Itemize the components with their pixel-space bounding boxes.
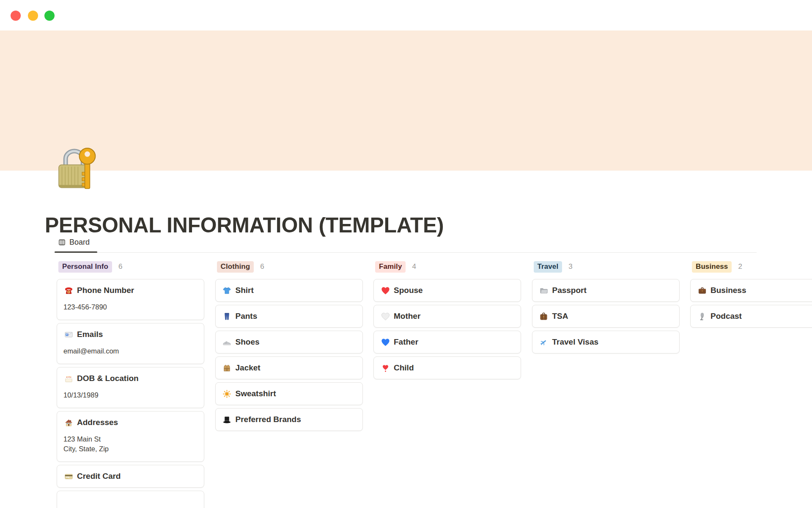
card-body-line: 123-456-7890 — [63, 302, 198, 312]
column-tag-label: Business — [696, 262, 728, 271]
briefcase-icon — [697, 285, 707, 295]
board-card[interactable]: Preferred Brands — [215, 408, 363, 431]
suitcase-icon — [539, 311, 549, 321]
card-title-row: Passport — [539, 285, 673, 296]
card-title: Pants — [236, 312, 258, 321]
board-column-business: Business 2 Business Podcast — [690, 261, 812, 331]
board-card[interactable]: Child — [373, 356, 521, 379]
column-count: 4 — [412, 262, 416, 271]
card-body-line: 10/13/1989 — [63, 390, 198, 400]
column-tag[interactable]: Personal Info — [58, 261, 112, 273]
jeans-icon — [222, 311, 232, 321]
card-body-line: 123 Main St — [63, 434, 198, 444]
column-count: 2 — [738, 262, 742, 271]
card-title: Jacket — [236, 363, 261, 373]
board-card[interactable]: DOB & Location 10/13/1989 — [57, 367, 204, 408]
card-body: email@email.com — [63, 346, 198, 356]
heart-exclamation-icon — [380, 363, 390, 373]
card-title: Shirt — [236, 286, 254, 295]
card-title: Father — [394, 337, 418, 347]
column-count: 6 — [118, 262, 122, 271]
board-card[interactable]: Addresses 123 Main StCity, State, Zip — [57, 411, 204, 462]
svg-text:E: E — [66, 333, 68, 336]
card-title: Emails — [77, 330, 103, 339]
card-title-row: Sweatshirt — [222, 388, 356, 399]
column-cards: Phone Number 123-456-7890 E Emails email… — [57, 279, 204, 508]
card-title: Credit Card — [77, 472, 121, 481]
shirt-icon — [222, 285, 232, 295]
card-body-line: email@email.com — [63, 346, 198, 356]
column-header: Travel 3 — [534, 261, 680, 273]
card-title: Shoes — [236, 337, 260, 347]
column-header: Clothing 6 — [217, 261, 363, 273]
studio-microphone-icon — [697, 311, 707, 321]
card-title: Sweatshirt — [236, 389, 276, 398]
board-card[interactable]: TSA — [532, 305, 680, 328]
card-title-row: Pants — [222, 311, 356, 322]
column-tag[interactable]: Business — [692, 261, 732, 273]
card-title: Spouse — [394, 286, 423, 295]
card-title-row: Child — [380, 362, 514, 373]
column-count: 3 — [568, 262, 572, 271]
birthday-cake-icon — [63, 373, 74, 384]
board-column-family: Family 4 Spouse Mother Father Child — [373, 261, 521, 382]
card-title: TSA — [552, 312, 568, 321]
column-tag-label: Travel — [538, 262, 559, 271]
card-title-row: Shoes — [222, 337, 356, 348]
column-tag-label: Family — [379, 262, 402, 271]
column-header: Family 4 — [375, 261, 521, 273]
column-tag[interactable]: Travel — [534, 261, 562, 273]
email-icon: E — [63, 329, 74, 340]
board-card[interactable]: Passport — [532, 279, 680, 302]
board-card[interactable]: Mother — [373, 305, 521, 328]
running-shoe-icon — [222, 337, 232, 347]
card-title-row: Shirt — [222, 285, 356, 296]
board-card[interactable]: Travel Visas — [532, 331, 680, 353]
board-card[interactable]: Credit Card — [57, 465, 204, 488]
card-body: 123-456-7890 — [63, 302, 198, 312]
board-card[interactable]: Pants — [215, 305, 363, 328]
card-title: Travel Visas — [552, 337, 599, 347]
sun-icon — [222, 389, 232, 399]
red-telephone-icon — [63, 285, 74, 295]
column-header: Business 2 — [692, 261, 812, 273]
board-card[interactable]: E Emails email@email.com — [57, 323, 204, 364]
house-icon — [63, 417, 74, 428]
coat-icon — [222, 363, 232, 373]
board-card[interactable]: Sweatshirt — [215, 382, 363, 405]
board-card[interactable]: Shoes — [215, 331, 363, 353]
card-title: Business — [710, 286, 746, 295]
board-card[interactable]: Phone Number 123-456-7890 — [57, 279, 204, 320]
card-body: 10/13/1989 — [63, 390, 198, 400]
column-tag[interactable]: Clothing — [217, 261, 254, 273]
card-title: Passport — [552, 286, 587, 295]
card-title-row: Jacket — [222, 362, 356, 373]
card-title-row: Travel Visas — [539, 337, 673, 348]
board-card[interactable]: Podcast — [690, 305, 812, 328]
card-title-row: TSA — [539, 311, 673, 322]
card-title-row — [63, 497, 198, 508]
top-hat-icon — [222, 414, 232, 425]
card-title: Phone Number — [77, 286, 134, 295]
board-card[interactable] — [57, 491, 204, 508]
notion-window: PERSONAL INFORMATION (TEMPLATE) Board Pe… — [0, 0, 812, 508]
airplane-icon — [539, 337, 549, 347]
board: Personal Info 6 Phone Number 123-456-789… — [0, 0, 812, 508]
board-column-travel: Travel 3 Passport TSA Travel Visas — [532, 261, 680, 356]
card-title-row: Podcast — [697, 311, 812, 322]
board-card[interactable]: Spouse — [373, 279, 521, 302]
card-title: Mother — [394, 312, 420, 321]
board-column-personal-info: Personal Info 6 Phone Number 123-456-789… — [57, 261, 204, 508]
board-card[interactable]: Father — [373, 331, 521, 353]
credit-card-icon — [63, 471, 74, 481]
board-card[interactable]: Business — [690, 279, 812, 302]
card-title-row: DOB & Location — [63, 373, 198, 384]
card-title: Child — [394, 363, 414, 373]
card-title: DOB & Location — [77, 374, 139, 383]
folder-icon — [539, 285, 549, 295]
board-card[interactable]: Jacket — [215, 356, 363, 379]
card-title: Preferred Brands — [236, 415, 301, 424]
board-card[interactable]: Shirt — [215, 279, 363, 302]
column-tag[interactable]: Family — [375, 261, 406, 273]
card-title-row: Mother — [380, 311, 514, 322]
